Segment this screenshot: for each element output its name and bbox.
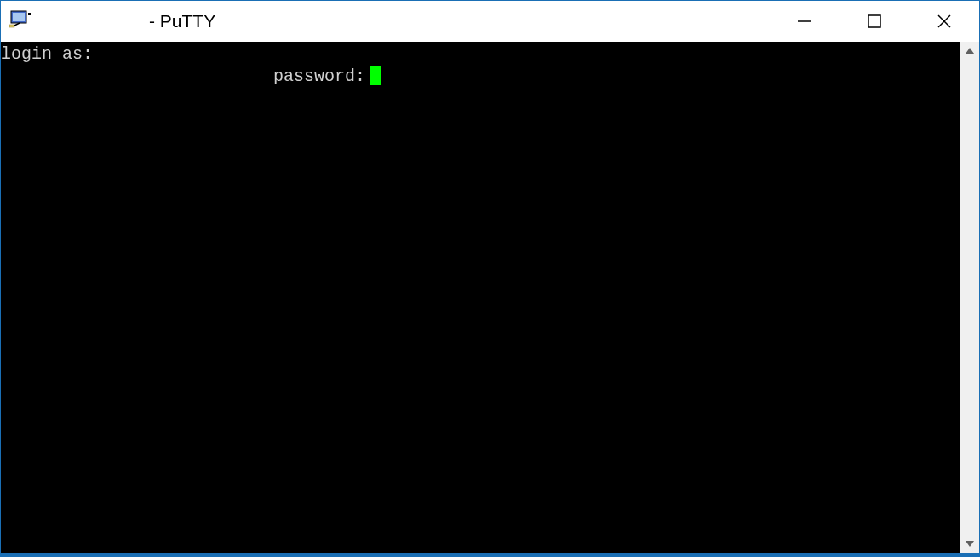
- titlebar[interactable]: - PuTTY: [1, 1, 979, 42]
- scroll-up-icon[interactable]: [964, 45, 976, 57]
- svg-rect-2: [9, 25, 14, 27]
- scroll-down-icon[interactable]: [964, 537, 976, 549]
- svg-rect-4: [28, 13, 31, 15]
- minimize-icon: [797, 14, 812, 29]
- window-title: - PuTTY: [149, 11, 215, 32]
- terminal-line-1: login as:: [1, 43, 960, 66]
- maximize-button[interactable]: [840, 1, 909, 42]
- putty-window: - PuTTY login as:password:: [0, 0, 980, 557]
- vertical-scrollbar[interactable]: [960, 42, 979, 553]
- putty-icon: [8, 8, 35, 35]
- svg-rect-6: [868, 15, 880, 27]
- minimize-button[interactable]: [770, 1, 840, 42]
- password-prompt: password:: [273, 66, 365, 86]
- window-controls: [770, 1, 979, 42]
- terminal[interactable]: login as:password:: [1, 42, 960, 553]
- maximize-icon: [867, 14, 882, 29]
- close-icon: [937, 14, 952, 29]
- terminal-area: login as:password:: [1, 42, 979, 553]
- svg-rect-1: [13, 13, 25, 21]
- terminal-line-2: password:: [1, 66, 960, 88]
- window-bottom-border: [1, 553, 979, 556]
- terminal-cursor: [370, 66, 381, 85]
- close-button[interactable]: [909, 1, 979, 42]
